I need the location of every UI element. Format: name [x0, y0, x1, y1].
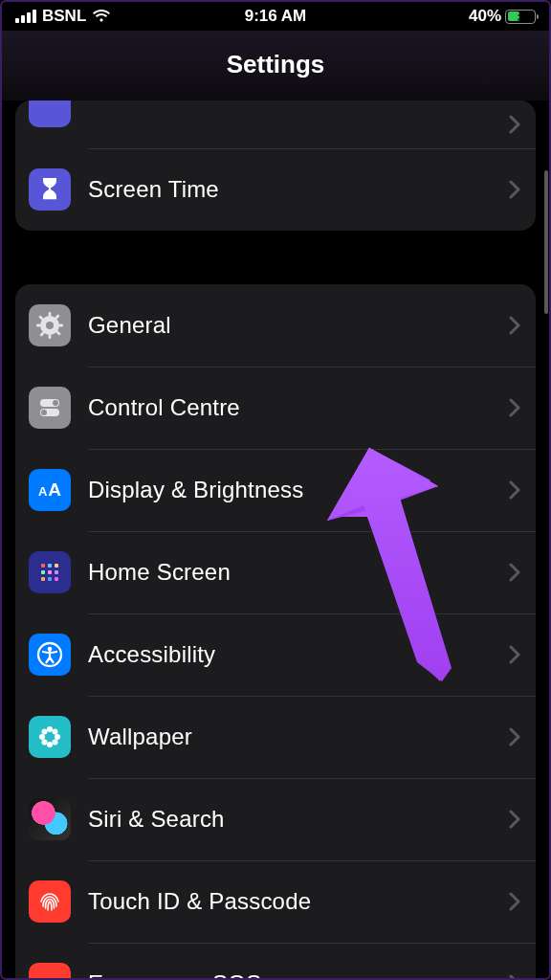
touch-id-row[interactable]: Touch ID & Passcode — [15, 860, 536, 943]
svg-point-11 — [53, 400, 58, 406]
chevron-right-icon — [509, 398, 520, 417]
battery-percent: 40% — [469, 7, 501, 26]
settings-row-partial[interactable] — [15, 100, 536, 148]
svg-rect-2 — [49, 334, 52, 339]
screen-time-row[interactable]: Screen Time — [15, 148, 536, 231]
status-left: BSNL — [15, 7, 111, 26]
settings-group-2: General Control Centre AA Display & Brig… — [15, 284, 536, 980]
text-size-icon: AA — [29, 469, 71, 511]
carrier-label: BSNL — [42, 7, 86, 26]
general-row[interactable]: General — [15, 284, 536, 367]
sos-icon: SOS — [29, 963, 71, 980]
flower-icon — [29, 716, 71, 758]
chevron-right-icon — [509, 480, 520, 500]
chevron-right-icon — [509, 115, 520, 134]
status-bar: BSNL 9:16 AM 40% ⚡︎ — [2, 2, 549, 31]
accessibility-icon — [29, 634, 71, 676]
row-label: Wallpaper — [88, 724, 509, 750]
status-right: 40% ⚡︎ — [469, 7, 536, 26]
chevron-right-icon — [509, 810, 520, 829]
settings-group-1: Screen Time — [15, 100, 536, 231]
svg-rect-19 — [55, 570, 58, 574]
fingerprint-icon — [29, 880, 71, 923]
chevron-right-icon — [509, 727, 520, 746]
row-label: Home Screen — [88, 559, 509, 586]
svg-point-31 — [42, 740, 48, 746]
svg-point-33 — [47, 734, 53, 740]
page-title: Settings — [2, 31, 549, 100]
row-label: Control Centre — [88, 394, 509, 421]
svg-rect-4 — [58, 324, 63, 327]
row-label: General — [88, 312, 509, 339]
home-screen-row[interactable]: Home Screen — [15, 531, 536, 613]
scroll-indicator — [544, 170, 548, 314]
svg-rect-22 — [55, 577, 58, 581]
control-centre-row[interactable]: Control Centre — [15, 367, 536, 449]
cellular-signal-icon — [15, 10, 36, 23]
gear-icon — [29, 304, 71, 346]
wifi-icon — [92, 10, 111, 23]
toggles-icon — [29, 387, 71, 429]
row-label: Touch ID & Passcode — [88, 888, 509, 915]
partial-icon — [29, 100, 71, 127]
svg-point-28 — [55, 734, 60, 740]
chevron-right-icon — [509, 180, 520, 199]
chevron-right-icon — [509, 563, 520, 582]
siri-search-row[interactable]: Siri & Search — [15, 778, 536, 860]
svg-point-26 — [47, 742, 53, 747]
svg-rect-16 — [55, 564, 58, 568]
svg-rect-3 — [36, 324, 41, 327]
wallpaper-row[interactable]: Wallpaper — [15, 696, 536, 778]
svg-rect-18 — [48, 570, 52, 574]
svg-rect-1 — [49, 312, 52, 317]
svg-point-25 — [47, 726, 53, 732]
clock: 9:16 AM — [245, 7, 307, 26]
svg-point-13 — [41, 410, 47, 415]
accessibility-row[interactable]: Accessibility — [15, 613, 536, 696]
svg-rect-17 — [41, 570, 45, 574]
app-grid-icon — [29, 551, 71, 593]
svg-rect-21 — [48, 577, 52, 581]
row-label: Siri & Search — [88, 806, 509, 833]
siri-icon — [29, 798, 71, 840]
svg-point-27 — [39, 734, 45, 740]
chevron-right-icon — [509, 974, 520, 980]
chevron-right-icon — [509, 645, 520, 664]
svg-rect-20 — [41, 577, 45, 581]
battery-icon: ⚡︎ — [505, 10, 536, 24]
chevron-right-icon — [509, 892, 520, 911]
svg-point-24 — [48, 647, 53, 652]
row-label: Display & Brightness — [88, 477, 509, 503]
hourglass-icon — [29, 168, 71, 211]
row-label: Accessibility — [88, 641, 509, 668]
svg-rect-15 — [48, 564, 52, 568]
svg-rect-14 — [41, 564, 45, 568]
display-brightness-row[interactable]: AA Display & Brightness — [15, 449, 536, 531]
svg-point-32 — [53, 740, 58, 746]
chevron-right-icon — [509, 316, 520, 335]
svg-point-29 — [42, 729, 48, 735]
svg-point-30 — [53, 729, 58, 735]
svg-point-9 — [46, 322, 54, 329]
row-label: Emergency SOS — [88, 970, 509, 980]
emergency-sos-row[interactable]: SOS Emergency SOS — [15, 943, 536, 980]
row-label: Screen Time — [88, 176, 509, 203]
